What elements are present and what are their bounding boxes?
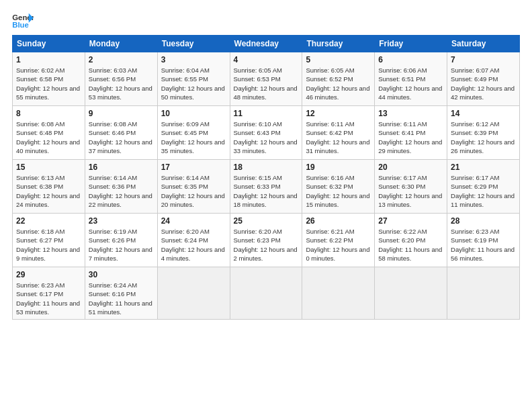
calendar-cell: 1 Sunrise: 6:02 AM Sunset: 6:58 PM Dayli… bbox=[13, 52, 85, 106]
calendar-week-5: 29 Sunrise: 6:23 AM Sunset: 6:17 PM Dayl… bbox=[13, 267, 520, 320]
day-info: Sunrise: 6:09 AM Sunset: 6:45 PM Dayligh… bbox=[161, 120, 226, 155]
logo-icon: General Blue bbox=[12, 12, 34, 31]
calendar-cell bbox=[157, 267, 230, 320]
calendar-cell: 4 Sunrise: 6:05 AM Sunset: 6:53 PM Dayli… bbox=[230, 52, 302, 106]
day-number: 3 bbox=[161, 55, 226, 64]
column-header-friday: Friday bbox=[375, 36, 447, 52]
day-number: 10 bbox=[161, 109, 226, 118]
calendar-cell: 2 Sunrise: 6:03 AM Sunset: 6:56 PM Dayli… bbox=[85, 52, 157, 106]
calendar-week-2: 8 Sunrise: 6:08 AM Sunset: 6:48 PM Dayli… bbox=[13, 106, 520, 160]
calendar-cell bbox=[375, 267, 447, 320]
day-info: Sunrise: 6:14 AM Sunset: 6:36 PM Dayligh… bbox=[89, 173, 154, 209]
day-info: Sunrise: 6:04 AM Sunset: 6:55 PM Dayligh… bbox=[161, 66, 226, 101]
day-info: Sunrise: 6:13 AM Sunset: 6:38 PM Dayligh… bbox=[16, 173, 81, 209]
calendar-cell: 24 Sunrise: 6:20 AM Sunset: 6:24 PM Dayl… bbox=[157, 214, 230, 267]
calendar-cell: 14 Sunrise: 6:12 AM Sunset: 6:39 PM Dayl… bbox=[447, 106, 520, 160]
day-info: Sunrise: 6:22 AM Sunset: 6:20 PM Dayligh… bbox=[378, 227, 443, 263]
day-info: Sunrise: 6:20 AM Sunset: 6:23 PM Dayligh… bbox=[234, 227, 299, 263]
day-number: 16 bbox=[89, 163, 154, 172]
day-number: 26 bbox=[306, 216, 371, 226]
day-info: Sunrise: 6:20 AM Sunset: 6:24 PM Dayligh… bbox=[161, 227, 226, 263]
column-header-wednesday: Wednesday bbox=[230, 36, 302, 52]
day-number: 1 bbox=[16, 55, 81, 64]
day-info: Sunrise: 6:10 AM Sunset: 6:43 PM Dayligh… bbox=[234, 120, 299, 155]
day-number: 22 bbox=[16, 216, 81, 226]
day-info: Sunrise: 6:18 AM Sunset: 6:27 PM Dayligh… bbox=[16, 227, 81, 263]
calendar-cell: 28 Sunrise: 6:23 AM Sunset: 6:19 PM Dayl… bbox=[447, 214, 520, 267]
day-number: 12 bbox=[306, 109, 371, 118]
day-info: Sunrise: 6:14 AM Sunset: 6:35 PM Dayligh… bbox=[161, 173, 226, 209]
column-header-thursday: Thursday bbox=[302, 36, 375, 52]
day-info: Sunrise: 6:06 AM Sunset: 6:51 PM Dayligh… bbox=[378, 66, 443, 101]
calendar-header-row: SundayMondayTuesdayWednesdayThursdayFrid… bbox=[13, 36, 520, 52]
day-number: 28 bbox=[451, 216, 516, 226]
logo: General Blue bbox=[12, 12, 34, 31]
day-number: 20 bbox=[378, 163, 443, 172]
calendar-cell: 15 Sunrise: 6:13 AM Sunset: 6:38 PM Dayl… bbox=[13, 160, 85, 214]
day-number: 27 bbox=[378, 216, 443, 226]
calendar-cell: 20 Sunrise: 6:17 AM Sunset: 6:30 PM Dayl… bbox=[375, 160, 447, 214]
day-number: 29 bbox=[16, 270, 81, 279]
day-info: Sunrise: 6:24 AM Sunset: 6:16 PM Dayligh… bbox=[89, 281, 154, 316]
header-row: General Blue bbox=[12, 12, 520, 31]
calendar-cell: 23 Sunrise: 6:19 AM Sunset: 6:26 PM Dayl… bbox=[85, 214, 157, 267]
calendar-cell: 3 Sunrise: 6:04 AM Sunset: 6:55 PM Dayli… bbox=[157, 52, 230, 106]
day-info: Sunrise: 6:23 AM Sunset: 6:19 PM Dayligh… bbox=[451, 227, 516, 263]
calendar-cell: 7 Sunrise: 6:07 AM Sunset: 6:49 PM Dayli… bbox=[447, 52, 520, 106]
day-number: 17 bbox=[161, 163, 226, 172]
calendar-cell: 29 Sunrise: 6:23 AM Sunset: 6:17 PM Dayl… bbox=[13, 267, 85, 320]
day-info: Sunrise: 6:08 AM Sunset: 6:48 PM Dayligh… bbox=[16, 120, 81, 155]
day-info: Sunrise: 6:05 AM Sunset: 6:52 PM Dayligh… bbox=[306, 66, 371, 101]
day-number: 30 bbox=[89, 270, 154, 279]
day-number: 21 bbox=[451, 163, 516, 172]
day-number: 5 bbox=[306, 55, 371, 64]
calendar-cell bbox=[302, 267, 375, 320]
day-info: Sunrise: 6:07 AM Sunset: 6:49 PM Dayligh… bbox=[451, 66, 516, 101]
column-header-tuesday: Tuesday bbox=[157, 36, 230, 52]
calendar-page: General Blue SundayMondayTuesdayWednesda… bbox=[0, 0, 532, 411]
day-number: 15 bbox=[16, 163, 81, 172]
calendar-cell: 16 Sunrise: 6:14 AM Sunset: 6:36 PM Dayl… bbox=[85, 160, 157, 214]
svg-text:Blue: Blue bbox=[12, 21, 29, 29]
column-header-monday: Monday bbox=[85, 36, 157, 52]
day-number: 13 bbox=[378, 109, 443, 118]
day-info: Sunrise: 6:08 AM Sunset: 6:46 PM Dayligh… bbox=[89, 120, 154, 155]
column-header-sunday: Sunday bbox=[13, 36, 85, 52]
calendar-table: SundayMondayTuesdayWednesdayThursdayFrid… bbox=[12, 35, 520, 320]
day-number: 25 bbox=[234, 216, 299, 226]
day-info: Sunrise: 6:03 AM Sunset: 6:56 PM Dayligh… bbox=[89, 66, 154, 101]
day-info: Sunrise: 6:19 AM Sunset: 6:26 PM Dayligh… bbox=[89, 227, 154, 263]
calendar-cell: 8 Sunrise: 6:08 AM Sunset: 6:48 PM Dayli… bbox=[13, 106, 85, 160]
calendar-week-4: 22 Sunrise: 6:18 AM Sunset: 6:27 PM Dayl… bbox=[13, 214, 520, 267]
calendar-cell: 10 Sunrise: 6:09 AM Sunset: 6:45 PM Dayl… bbox=[157, 106, 230, 160]
day-number: 2 bbox=[89, 55, 154, 64]
day-number: 24 bbox=[161, 216, 226, 226]
day-number: 11 bbox=[234, 109, 299, 118]
day-info: Sunrise: 6:12 AM Sunset: 6:39 PM Dayligh… bbox=[451, 120, 516, 155]
day-info: Sunrise: 6:21 AM Sunset: 6:22 PM Dayligh… bbox=[306, 227, 371, 263]
day-number: 4 bbox=[234, 55, 299, 64]
calendar-cell: 9 Sunrise: 6:08 AM Sunset: 6:46 PM Dayli… bbox=[85, 106, 157, 160]
calendar-cell: 19 Sunrise: 6:16 AM Sunset: 6:32 PM Dayl… bbox=[302, 160, 375, 214]
day-info: Sunrise: 6:11 AM Sunset: 6:41 PM Dayligh… bbox=[378, 120, 443, 155]
calendar-cell: 25 Sunrise: 6:20 AM Sunset: 6:23 PM Dayl… bbox=[230, 214, 302, 267]
day-number: 18 bbox=[234, 163, 299, 172]
column-header-saturday: Saturday bbox=[447, 36, 520, 52]
calendar-cell: 21 Sunrise: 6:17 AM Sunset: 6:29 PM Dayl… bbox=[447, 160, 520, 214]
day-info: Sunrise: 6:16 AM Sunset: 6:32 PM Dayligh… bbox=[306, 173, 371, 209]
calendar-cell: 12 Sunrise: 6:11 AM Sunset: 6:42 PM Dayl… bbox=[302, 106, 375, 160]
day-number: 14 bbox=[451, 109, 516, 118]
day-number: 23 bbox=[89, 216, 154, 226]
day-number: 8 bbox=[16, 109, 81, 118]
day-info: Sunrise: 6:17 AM Sunset: 6:29 PM Dayligh… bbox=[451, 173, 516, 209]
calendar-week-3: 15 Sunrise: 6:13 AM Sunset: 6:38 PM Dayl… bbox=[13, 160, 520, 214]
calendar-cell: 22 Sunrise: 6:18 AM Sunset: 6:27 PM Dayl… bbox=[13, 214, 85, 267]
day-info: Sunrise: 6:17 AM Sunset: 6:30 PM Dayligh… bbox=[378, 173, 443, 209]
calendar-cell: 6 Sunrise: 6:06 AM Sunset: 6:51 PM Dayli… bbox=[375, 52, 447, 106]
day-info: Sunrise: 6:11 AM Sunset: 6:42 PM Dayligh… bbox=[306, 120, 371, 155]
calendar-cell: 30 Sunrise: 6:24 AM Sunset: 6:16 PM Dayl… bbox=[85, 267, 157, 320]
calendar-cell: 18 Sunrise: 6:15 AM Sunset: 6:33 PM Dayl… bbox=[230, 160, 302, 214]
calendar-week-1: 1 Sunrise: 6:02 AM Sunset: 6:58 PM Dayli… bbox=[13, 52, 520, 106]
calendar-cell: 11 Sunrise: 6:10 AM Sunset: 6:43 PM Dayl… bbox=[230, 106, 302, 160]
calendar-cell: 27 Sunrise: 6:22 AM Sunset: 6:20 PM Dayl… bbox=[375, 214, 447, 267]
